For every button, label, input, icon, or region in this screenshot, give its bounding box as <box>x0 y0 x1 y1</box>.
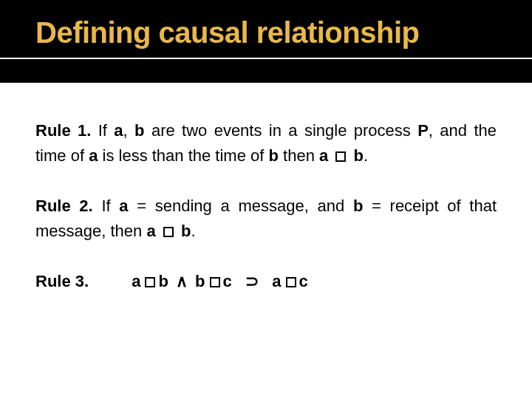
rule-2-t3: = sending a message, and <box>129 197 353 215</box>
rule-2-b2: b <box>181 222 191 240</box>
r3-c1: c <box>223 272 233 290</box>
rule-2-dot: . <box>191 222 195 240</box>
rule-1-label: Rule 1. <box>35 121 91 140</box>
rule-3-expression: ab ∧ bc ⊃ ac <box>132 269 310 294</box>
r3-b1: b <box>158 272 169 290</box>
rule-1-b3: b <box>354 146 364 165</box>
rule-1-b2: b <box>269 146 279 165</box>
title-underline <box>0 58 532 59</box>
rule-1-t1: If <box>91 121 114 140</box>
rule-1-a2: a <box>89 146 98 165</box>
rule-2-label: Rule 2. <box>35 197 93 215</box>
rule-1-a: a <box>114 121 123 140</box>
precedes-icon <box>163 227 174 237</box>
rule-2-a2: a <box>146 222 155 240</box>
rule-1-sp1 <box>328 146 332 165</box>
rule-1: Rule 1. If a, b are two events in a sing… <box>35 118 497 168</box>
r3-a1: a <box>132 272 142 290</box>
rule-2-t1: If <box>93 197 120 215</box>
rule-1-dot: . <box>364 146 368 165</box>
r3-c2: c <box>299 272 310 290</box>
implies-icon: ⊃ <box>245 272 260 290</box>
rule-1-t9: is less than the time of <box>98 146 268 165</box>
title-band: Defining causal relationship <box>0 0 532 83</box>
wedge-icon: ∧ <box>176 272 189 290</box>
rule-1-t5: are two events in a single process <box>145 121 418 140</box>
slide-content: Rule 1. If a, b are two events in a sing… <box>0 83 532 294</box>
rule-1-t11: then <box>279 146 319 165</box>
r3-a2: a <box>272 272 282 290</box>
rule-3-label: Rule 3. <box>35 269 89 294</box>
rule-2-a: a <box>119 197 128 215</box>
rule-2: Rule 2. If a = sending a message, and b … <box>35 194 497 244</box>
rule-1-t3: , <box>123 121 134 140</box>
rule-1-b: b <box>134 121 144 140</box>
r3-b2: b <box>195 272 206 290</box>
rule-1-a3: a <box>319 146 328 165</box>
precedes-icon <box>286 277 296 287</box>
slide-title: Defining causal relationship <box>35 16 419 50</box>
rule-1-p: P <box>417 121 429 140</box>
rule-2-sp1 <box>156 222 160 240</box>
rule-2-b: b <box>353 197 363 215</box>
precedes-icon <box>335 151 346 162</box>
rule-3: Rule 3. ab ∧ bc ⊃ ac <box>35 269 497 294</box>
precedes-icon <box>145 277 155 287</box>
precedes-icon <box>210 277 220 287</box>
